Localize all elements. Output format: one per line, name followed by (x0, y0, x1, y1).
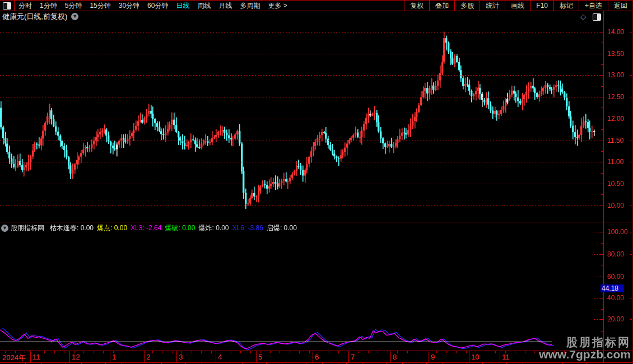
date-tick (240, 351, 241, 353)
price-gridline (0, 206, 603, 206)
price-axis-label: 13.00 (607, 71, 624, 79)
month-divider (313, 351, 313, 362)
date-tick (260, 351, 260, 353)
candlestick-canvas[interactable] (0, 22, 603, 222)
axis-tick (630, 232, 632, 232)
date-axis: 2024年 11121234567891011 (0, 351, 633, 362)
price-gridline (0, 75, 603, 76)
action-item[interactable]: 复权 (404, 1, 429, 11)
period-item[interactable]: 日线 (172, 1, 193, 11)
month-label: 7 (351, 353, 355, 361)
indicator-legend: ▼ 股朋指标网 枯木逢春: 0.00爆点: 0.00XL3: -2.64爆破: … (1, 223, 300, 232)
period-item[interactable]: 月线 (215, 1, 236, 11)
action-item[interactable]: 返回 (608, 1, 633, 11)
axis-tick (599, 162, 603, 162)
main-chart[interactable] (0, 22, 603, 222)
month-label: 11 (32, 353, 40, 361)
price-axis-label: 11.00 (607, 158, 623, 166)
month-label: 2 (146, 353, 150, 361)
date-tick (54, 351, 55, 353)
period-item[interactable]: 多周期 (236, 1, 264, 11)
diamond-icon[interactable]: ◇ (580, 12, 586, 21)
action-item[interactable]: 多股 (454, 1, 480, 11)
indicator-axis-label: 100.00 (607, 228, 628, 236)
axis-minor-tick (601, 243, 603, 244)
date-tick (309, 351, 310, 353)
month-label: 4 (218, 353, 222, 361)
date-tick (486, 351, 486, 353)
chart-title[interactable]: 健康元(日线,前复权) (2, 12, 67, 22)
period-item[interactable]: 5分钟 (61, 1, 86, 11)
date-tick (74, 351, 75, 353)
zero-line (0, 342, 552, 342)
date-tick (64, 351, 64, 353)
chevron-down-icon[interactable]: ▼ (71, 13, 78, 20)
indicator-axis-label: 80.00 (607, 250, 624, 258)
watermark-line1: 股朋指标网 (539, 336, 631, 348)
layout-toggle-button[interactable] (0, 1, 15, 11)
date-tick (417, 351, 417, 353)
period-item[interactable]: 60分钟 (143, 1, 172, 11)
period-item[interactable]: 15分钟 (86, 1, 114, 11)
date-tick (83, 351, 84, 353)
panel-icon[interactable] (593, 13, 601, 21)
date-tick (515, 351, 515, 353)
price-gridline (0, 32, 603, 32)
period-item[interactable]: 1分钟 (36, 1, 61, 11)
action-item[interactable]: 画线 (505, 1, 530, 11)
price-axis-label: 10.50 (607, 180, 624, 188)
period-item[interactable]: 周线 (193, 1, 215, 11)
date-tick (446, 351, 447, 353)
axis-tick (599, 119, 603, 119)
axis-tick (630, 206, 632, 206)
date-tick (407, 351, 408, 353)
date-tick (44, 351, 45, 353)
date-tick (181, 351, 182, 353)
month-divider (176, 351, 177, 362)
date-tick (368, 351, 369, 353)
indicator-canvas[interactable] (0, 222, 603, 351)
indicator-gridline-stub (594, 277, 603, 277)
month-label: 1 (112, 353, 116, 361)
date-tick (231, 351, 231, 353)
month-divider (144, 351, 145, 362)
price-axis-label: 12.00 (607, 115, 624, 123)
date-tick (358, 351, 359, 353)
month-label: 5 (258, 353, 262, 361)
axis-tick (630, 119, 632, 119)
axis-tick (599, 75, 603, 76)
month-divider (500, 351, 500, 362)
action-item[interactable]: 叠加 (429, 1, 454, 11)
month-divider (256, 351, 257, 362)
action-item[interactable]: +自选 (579, 1, 608, 11)
date-tick (25, 351, 25, 353)
month-label: 6 (315, 353, 319, 361)
date-tick (94, 351, 94, 353)
date-tick (495, 351, 496, 353)
axis-minor-tick (601, 265, 603, 265)
period-item[interactable]: 更多 > (264, 1, 291, 11)
date-tick (505, 351, 506, 353)
price-axis-label: 13.50 (607, 50, 624, 58)
chevron-down-icon[interactable]: ▼ (1, 225, 8, 232)
axis-tick (599, 54, 603, 54)
period-item[interactable]: 30分钟 (115, 1, 143, 11)
axis-minor-tick (601, 43, 603, 43)
axis-tick (630, 162, 632, 162)
indicator-legend-item: 爆破: 0.00 (165, 223, 195, 233)
axis-tick (599, 141, 603, 141)
period-item[interactable]: 分时 (15, 1, 36, 11)
indicator-gridline-stub (594, 298, 603, 298)
month-divider (469, 351, 469, 362)
indicator-legend-item: XL3: -2.64 (131, 224, 161, 232)
action-item[interactable]: F10 (530, 1, 553, 11)
date-tick (378, 351, 378, 353)
action-item[interactable]: 标记 (553, 1, 579, 11)
date-tick (329, 351, 329, 353)
month-divider (69, 351, 70, 362)
action-item[interactable]: 统计 (480, 1, 505, 11)
month-divider (390, 351, 391, 362)
month-label: 9 (431, 353, 435, 361)
axis-minor-tick (601, 194, 603, 195)
date-axis-bottom-border (0, 362, 633, 363)
